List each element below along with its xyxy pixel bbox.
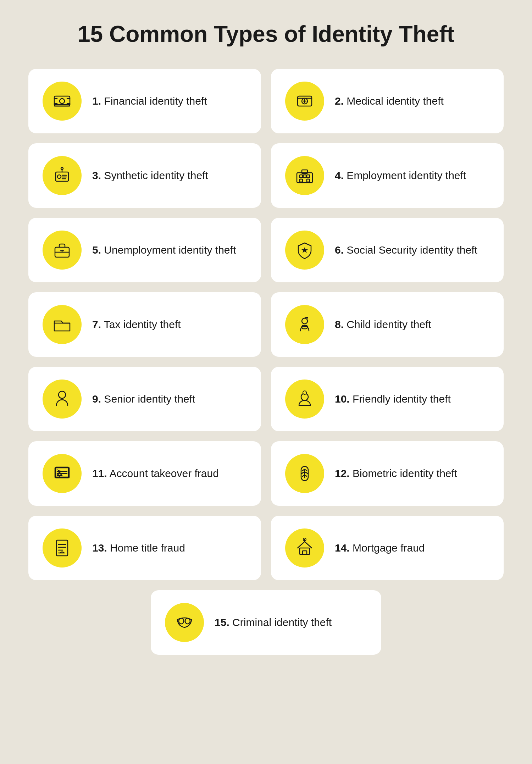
card-item-11: 11. Account takeover fraud (28, 441, 261, 506)
svg-point-33 (302, 318, 307, 324)
card-item-5: 5. Unemployment identity theft (28, 218, 261, 282)
card-label-3: 3. Synthetic identity theft (92, 168, 208, 183)
icon-house (285, 528, 324, 568)
card-label-12: 12. Biometric identity theft (335, 466, 457, 481)
card-item-3: 3. Synthetic identity theft (28, 143, 261, 208)
svg-rect-23 (307, 175, 310, 178)
card-label-13: 13. Home title fraud (92, 541, 185, 555)
card-item-7: 7. Tax identity theft (28, 292, 261, 357)
svg-rect-40 (55, 467, 69, 478)
page-title: 15 Common Types of Identity Theft (78, 21, 454, 48)
icon-fingerprint (285, 454, 324, 493)
icon-folder (43, 305, 82, 344)
card-item-8: 8. Child identity theft (271, 292, 504, 357)
icon-senior (43, 380, 82, 419)
card-item-4: 4. Employment identity theft (271, 143, 504, 208)
svg-point-39 (303, 391, 306, 394)
items-grid: 1. Financial identity theft 2. Medical i… (28, 69, 504, 655)
card-item-9: 9. Senior identity theft (28, 367, 261, 431)
svg-rect-21 (300, 175, 303, 178)
card-item-13: 13. Home title fraud (28, 516, 261, 580)
card-label-11: 11. Account takeover fraud (92, 466, 219, 481)
svg-point-19 (61, 167, 63, 170)
icon-employment (285, 156, 324, 195)
svg-marker-31 (301, 247, 308, 253)
icon-mask (165, 603, 204, 642)
card-item-10: 10. Friendly identity theft (271, 367, 504, 431)
card-item-2: 2. Medical identity theft (271, 69, 504, 133)
card-label-1: 1. Financial identity theft (92, 94, 207, 109)
svg-point-37 (59, 391, 66, 398)
svg-rect-22 (303, 175, 306, 178)
card-label-6: 6. Social Security identity theft (335, 243, 477, 258)
icon-briefcase (43, 231, 82, 270)
svg-point-61 (179, 618, 184, 624)
icon-baby (285, 305, 324, 344)
svg-point-62 (185, 618, 190, 624)
card-label-9: 9. Senior identity theft (92, 392, 195, 406)
card-item-14: 14. Mortgage fraud (271, 516, 504, 580)
icon-computer (43, 454, 82, 493)
card-label-15: 15. Criminal identity theft (215, 615, 332, 630)
svg-rect-52 (56, 540, 68, 556)
card-item-12: 12. Biometric identity theft (271, 441, 504, 506)
card-item-6: 6. Social Security identity theft (271, 218, 504, 282)
svg-point-34 (307, 317, 308, 318)
card-label-7: 7. Tax identity theft (92, 317, 181, 332)
icon-friendly (285, 380, 324, 419)
card-label-5: 5. Unemployment identity theft (92, 243, 236, 258)
icon-medical (285, 82, 324, 121)
icon-money (43, 82, 82, 121)
icon-shield (285, 231, 324, 270)
svg-rect-58 (303, 551, 307, 554)
svg-rect-24 (300, 179, 303, 182)
svg-point-14 (57, 175, 61, 178)
card-label-2: 2. Medical identity theft (335, 94, 444, 109)
last-row: 15. Criminal identity theft (28, 590, 504, 655)
card-label-8: 8. Child identity theft (335, 317, 431, 332)
card-label-14: 14. Mortgage fraud (335, 541, 425, 555)
svg-rect-25 (307, 179, 310, 182)
icon-document (43, 528, 82, 568)
card-label-4: 4. Employment identity theft (335, 168, 466, 183)
card-item-15: 15. Criminal identity theft (151, 590, 381, 655)
svg-point-1 (60, 99, 65, 104)
card-item-1: 1. Financial identity theft (28, 69, 261, 133)
icon-synthetic (43, 156, 82, 195)
card-label-10: 10. Friendly identity theft (335, 392, 451, 406)
